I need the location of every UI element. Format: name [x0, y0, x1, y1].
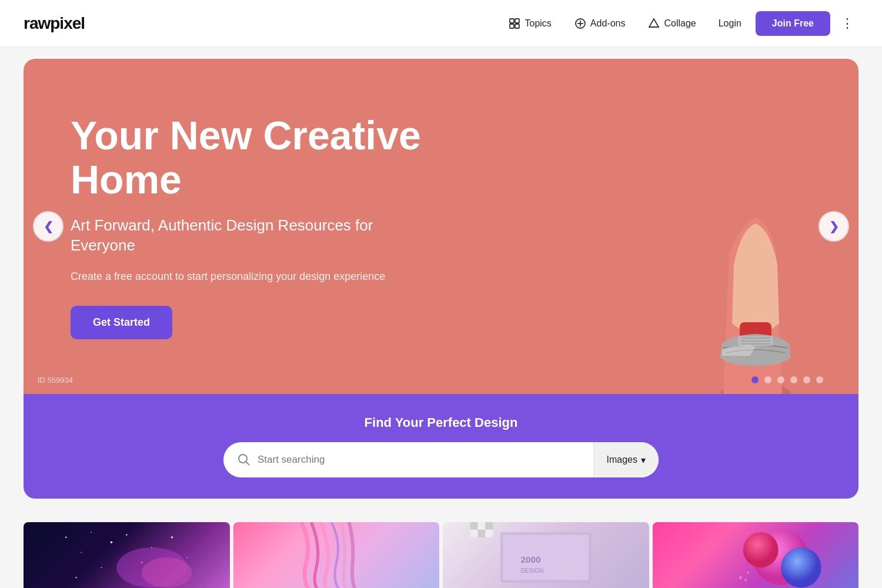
svg-point-15: [239, 455, 247, 463]
svg-point-19: [111, 542, 112, 543]
carousel-dots: [751, 376, 823, 383]
svg-point-41: [781, 547, 821, 588]
hero-banner: ❮ Your New Creative Home Art Forward, Au…: [24, 59, 858, 394]
main-nav: Topics Add-ons Collage Login Join Free ⋮: [500, 11, 858, 36]
addons-icon: [574, 17, 587, 30]
svg-point-23: [171, 536, 173, 538]
nav-addons[interactable]: Add-ons: [566, 12, 634, 35]
svg-rect-31: [478, 522, 486, 530]
svg-rect-0: [510, 19, 514, 23]
hero-illustration: [653, 76, 841, 394]
svg-rect-3: [515, 24, 519, 28]
svg-point-42: [743, 532, 778, 567]
svg-text:DESIGN: DESIGN: [520, 567, 543, 574]
topics-icon: [508, 17, 521, 30]
more-options-icon[interactable]: ⋮: [836, 11, 858, 36]
search-bar: Images ▾: [223, 442, 659, 477]
search-section: Find Your Perfect Design Images ▾: [24, 394, 858, 499]
svg-point-45: [744, 579, 746, 581]
svg-point-44: [747, 572, 749, 573]
svg-point-27: [75, 577, 77, 579]
carousel-prev-button[interactable]: ❮: [33, 211, 64, 242]
svg-point-43: [739, 576, 741, 579]
svg-point-18: [91, 532, 92, 533]
svg-rect-1: [515, 19, 519, 23]
svg-line-16: [246, 462, 250, 466]
svg-point-20: [81, 552, 82, 553]
addons-label: Add-ons: [590, 18, 626, 29]
svg-rect-34: [478, 530, 486, 537]
svg-point-21: [126, 534, 128, 536]
svg-rect-32: [485, 522, 493, 530]
thumbnail-4[interactable]: [653, 522, 859, 588]
svg-text:2000: 2000: [520, 554, 540, 564]
svg-point-17: [65, 536, 67, 538]
login-button[interactable]: Login: [710, 14, 750, 34]
carousel-dot-6[interactable]: [816, 376, 823, 383]
join-free-button[interactable]: Join Free: [756, 11, 830, 36]
search-type-dropdown[interactable]: Images ▾: [593, 442, 659, 477]
hero-subtitle: Art Forward, Authentic Design Resources …: [71, 216, 435, 256]
svg-point-24: [186, 557, 188, 558]
carousel-next-button[interactable]: ❯: [818, 211, 849, 242]
hero-content: Your New Creative Home Art Forward, Auth…: [24, 78, 482, 374]
thumbnail-gallery: 2000 DESIGN: [0, 510, 882, 588]
svg-rect-2: [510, 24, 514, 28]
svg-point-29: [142, 557, 192, 587]
collage-icon: [647, 17, 660, 30]
svg-rect-35: [485, 530, 493, 537]
header: rawpixel Topics Add-ons: [0, 0, 882, 47]
thumbnail-1[interactable]: [24, 522, 230, 588]
topics-label: Topics: [524, 18, 551, 29]
carousel-dot-2[interactable]: [764, 376, 771, 383]
carousel-dot-1[interactable]: [751, 376, 759, 383]
search-input[interactable]: [258, 454, 593, 466]
get-started-button[interactable]: Get Started: [71, 306, 172, 339]
hero-description: Create a free account to start personali…: [71, 269, 435, 285]
search-icon: [238, 453, 250, 466]
carousel-dot-3[interactable]: [777, 376, 784, 383]
svg-point-26: [101, 567, 102, 568]
thumbnail-2[interactable]: [233, 522, 440, 588]
svg-marker-7: [649, 19, 659, 27]
carousel-dot-5[interactable]: [803, 376, 810, 383]
svg-rect-33: [470, 530, 478, 537]
svg-rect-30: [470, 522, 478, 530]
svg-rect-37: [503, 534, 589, 580]
search-title: Find Your Perfect Design: [47, 415, 835, 430]
nav-topics[interactable]: Topics: [500, 12, 559, 35]
dropdown-arrow-icon: ▾: [641, 455, 646, 466]
logo[interactable]: rawpixel: [24, 14, 85, 33]
image-id-label: ID 559934: [38, 376, 73, 385]
search-dropdown-label: Images: [607, 455, 637, 465]
nav-collage[interactable]: Collage: [639, 12, 704, 35]
collage-label: Collage: [664, 18, 696, 29]
hero-title: Your New Creative Home: [71, 113, 435, 202]
hero-section: ❮ Your New Creative Home Art Forward, Au…: [24, 59, 858, 499]
carousel-dot-4[interactable]: [790, 376, 797, 383]
thumbnail-3[interactable]: 2000 DESIGN: [443, 522, 649, 588]
